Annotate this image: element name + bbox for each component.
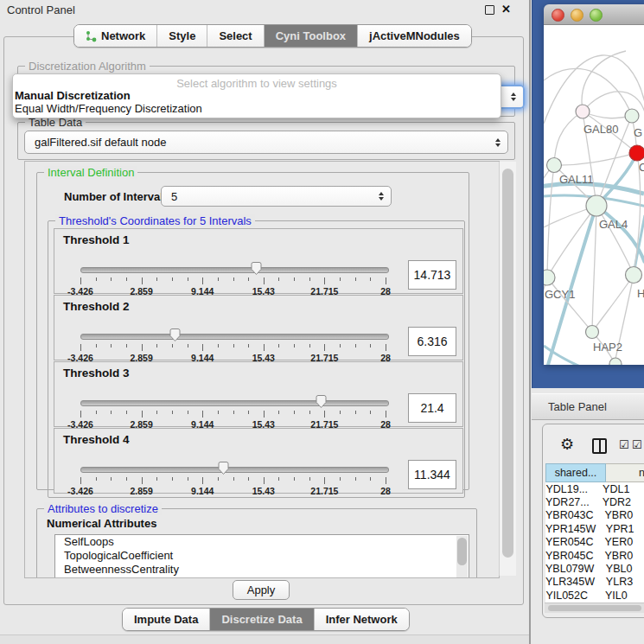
threshold-3-slider-track[interactable]	[80, 400, 389, 406]
cell-shared-name[interactable]: YBR045C	[545, 550, 594, 562]
threshold-1-value-field[interactable]: 14.713	[408, 260, 456, 290]
table-row[interactable]: YIL052CYIL0	[545, 589, 644, 602]
list-scrollbar-thumb[interactable]	[457, 538, 467, 565]
cell-shared-name[interactable]: YDR27...	[545, 496, 590, 508]
cell-name[interactable]: YBR0	[594, 550, 644, 562]
network-edge[interactable]	[547, 165, 554, 277]
panel-scrollbar-thumb[interactable]	[502, 169, 513, 558]
threshold-1-slider-thumb[interactable]	[250, 261, 263, 276]
number-of-intervals-value: 5	[171, 190, 177, 203]
network-node[interactable]	[576, 105, 590, 118]
cell-shared-name[interactable]: YIL052C	[545, 590, 588, 602]
network-edge[interactable]	[554, 112, 583, 165]
network-icon	[86, 30, 97, 42]
panel-scrollbar-track[interactable]	[499, 162, 516, 576]
table-row[interactable]: YER054CYER0	[545, 536, 644, 549]
cell-name[interactable]: YER0	[594, 536, 644, 548]
network-edge[interactable]	[544, 165, 554, 219]
dropdown-option-equal-width[interactable]: Equal Width/Frequency Discretization	[15, 102, 202, 115]
checkbox-icon[interactable]: ☑	[619, 438, 629, 451]
tab-impute-data[interactable]: Impute Data	[123, 609, 209, 630]
cell-name[interactable]: YLR3	[595, 576, 644, 588]
network-graph[interactable]: GAL80GGAL11CGAL4GCY1HHAP2	[544, 25, 644, 365]
threshold-4-slider-track[interactable]	[80, 467, 389, 473]
close-window-icon[interactable]	[552, 9, 564, 22]
table-row[interactable]: YPR145WYPR1	[545, 522, 644, 535]
network-node[interactable]	[586, 326, 599, 339]
table-row[interactable]: YBR043CYBR0	[545, 509, 644, 522]
table-row[interactable]: YDL19...YDL1	[545, 482, 644, 495]
columns-icon[interactable]	[592, 438, 607, 454]
gear-icon[interactable]: ⚙	[560, 435, 574, 454]
tab-network[interactable]: Network	[74, 25, 156, 47]
minimize-window-icon[interactable]	[571, 9, 583, 22]
threshold-4-slider-thumb[interactable]	[217, 461, 230, 475]
table-row[interactable]: YBL079WYBL0	[545, 562, 644, 575]
checkbox-icon[interactable]: ☑	[632, 438, 642, 451]
table-data-combobox[interactable]: galFiltered.sif default node	[24, 131, 508, 154]
close-panel-icon[interactable]: ✕	[501, 3, 511, 16]
network-edge[interactable]	[554, 153, 637, 165]
network-node[interactable]	[547, 158, 562, 173]
network-edge[interactable]	[583, 112, 632, 118]
network-edge[interactable]	[547, 206, 596, 277]
network-node[interactable]	[609, 358, 622, 365]
cell-shared-name[interactable]: YER054C	[545, 536, 594, 548]
network-node[interactable]	[625, 109, 639, 123]
numerical-attributes-list[interactable]: SelfLoopsTopologicalCoefficientBetweenne…	[54, 534, 469, 578]
cell-shared-name[interactable]: YPR145W	[545, 523, 596, 535]
network-node[interactable]	[626, 267, 642, 284]
cell-name[interactable]: YDR2	[590, 496, 644, 508]
float-panel-icon[interactable]	[485, 5, 494, 15]
control-panel-titlebar: Control Panel ✕	[0, 0, 531, 19]
slider-tick-labels: -3.4262.8599.14415.4321.71528	[80, 280, 386, 292]
dropdown-option-manual[interactable]: Manual Discretization	[15, 89, 131, 102]
network-edge[interactable]	[547, 277, 592, 332]
cell-shared-name[interactable]: YBL079W	[545, 563, 594, 575]
network-edge[interactable]	[592, 206, 596, 332]
network-edge[interactable]	[596, 206, 634, 275]
network-node-label: GAL11	[559, 173, 594, 186]
network-canvas[interactable]: GAL80GGAL11CGAL4GCY1HHAP2	[544, 25, 644, 365]
cell-shared-name[interactable]: YLR345W	[545, 576, 595, 588]
cell-name[interactable]: YDL1	[588, 483, 644, 495]
number-of-intervals-combobox[interactable]: 5	[161, 186, 392, 207]
network-node[interactable]	[629, 145, 644, 161]
threshold-3-slider-thumb[interactable]	[315, 394, 328, 409]
table-hscrollbar-thumb[interactable]	[548, 605, 641, 611]
column-header-shared[interactable]: shared...	[545, 463, 606, 482]
network-node[interactable]	[544, 270, 555, 285]
cell-shared-name[interactable]: YBR043C	[545, 509, 594, 521]
cell-shared-name[interactable]: YDL19...	[545, 483, 588, 495]
zoom-window-icon[interactable]	[590, 9, 603, 22]
tab-network-label: Network	[101, 29, 145, 42]
cell-name[interactable]: YIL0	[588, 590, 644, 602]
threshold-2-slider-thumb[interactable]	[169, 328, 182, 342]
tab-jactivemnodules[interactable]: jActiveMNodules	[357, 25, 471, 47]
tab-select[interactable]: Select	[207, 25, 263, 47]
attribute-list-item[interactable]: BetweennessCentrality	[55, 563, 469, 577]
network-node[interactable]	[586, 195, 607, 216]
cell-name[interactable]: YBR0	[594, 509, 644, 521]
table-row[interactable]: YBR045CYBR0	[545, 549, 644, 562]
attribute-list-item[interactable]: SelfLoops	[55, 535, 469, 549]
cell-name[interactable]: YBL0	[594, 563, 644, 575]
panel-divider[interactable]	[529, 0, 531, 644]
tab-discretize-data[interactable]: Discretize Data	[209, 609, 313, 630]
tab-cyni-toolbox[interactable]: Cyni Toolbox	[264, 25, 357, 47]
cell-name[interactable]: YPR1	[596, 523, 644, 535]
threshold-4-value-field[interactable]: 11.344	[408, 460, 456, 489]
network-window-titlebar[interactable]	[544, 4, 644, 25]
column-header-name[interactable]: na	[606, 463, 644, 482]
tab-style[interactable]: Style	[156, 25, 207, 47]
table-hscrollbar-track[interactable]	[545, 603, 644, 613]
tab-infer-network[interactable]: Infer Network	[314, 609, 409, 630]
table-row[interactable]: YDR27...YDR2	[545, 495, 644, 508]
apply-button[interactable]: Apply	[233, 580, 290, 600]
threshold-3-value-field[interactable]: 21.4	[408, 393, 456, 423]
threshold-1-slider-track[interactable]	[80, 267, 389, 273]
threshold-2-value-field[interactable]: 6.316	[408, 327, 456, 356]
threshold-2-slider-track[interactable]	[80, 334, 389, 340]
table-row[interactable]: YLR345WYLR3	[545, 576, 644, 589]
attribute-list-item[interactable]: TopologicalCoefficient	[55, 549, 469, 563]
